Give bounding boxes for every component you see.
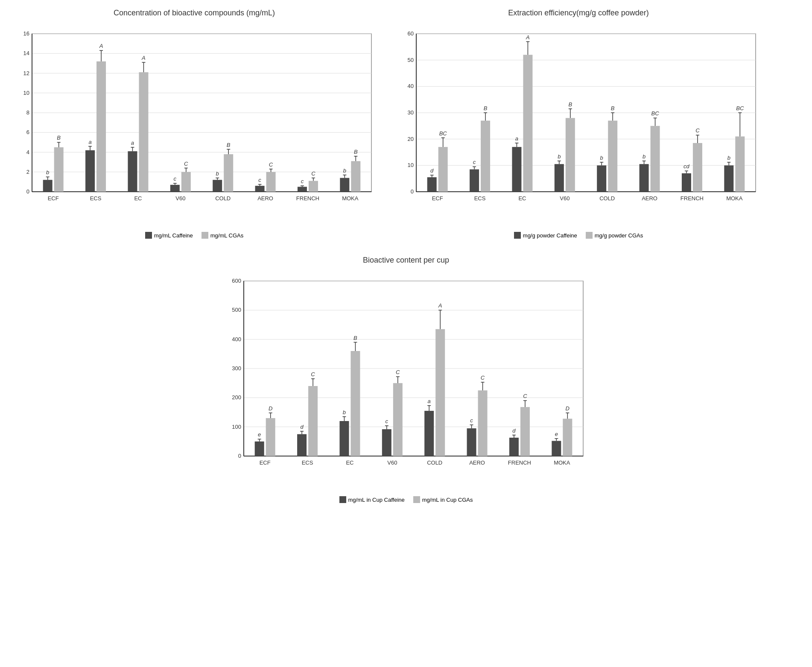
svg-text:A: A xyxy=(141,55,146,61)
chart2-legend-light: mg/g powder CGAs xyxy=(586,232,643,239)
svg-rect-254 xyxy=(520,407,530,456)
svg-rect-120 xyxy=(481,121,490,192)
svg-text:EC: EC xyxy=(346,459,353,466)
svg-text:60: 60 xyxy=(408,30,414,37)
svg-text:e: e xyxy=(258,431,261,438)
svg-text:FRENCH: FRENCH xyxy=(508,459,531,466)
svg-rect-164 xyxy=(682,173,691,192)
svg-rect-199 xyxy=(255,442,264,456)
svg-text:c: c xyxy=(301,178,304,184)
chart3-legend-dark: mg/mL in Cup Caffeine xyxy=(339,496,405,503)
svg-text:FRENCH: FRENCH xyxy=(681,195,704,202)
svg-text:b: b xyxy=(600,155,603,161)
chart3-legend: mg/mL in Cup Caffeine mg/mL in Cup CGAs xyxy=(220,496,592,503)
svg-rect-84 xyxy=(340,178,349,192)
svg-rect-200 xyxy=(266,418,275,456)
svg-rect-245 xyxy=(478,390,488,456)
svg-rect-31 xyxy=(96,61,106,192)
svg-text:b: b xyxy=(343,409,346,415)
svg-text:EC: EC xyxy=(134,195,142,202)
svg-text:AERO: AERO xyxy=(469,459,485,466)
svg-rect-22 xyxy=(54,147,64,192)
svg-rect-236 xyxy=(435,329,445,456)
svg-text:MOKA: MOKA xyxy=(342,195,359,202)
svg-text:MOKA: MOKA xyxy=(726,195,743,202)
chart2-title: Extraction efficiency(mg/g coffee powder… xyxy=(393,9,764,18)
svg-text:A: A xyxy=(438,302,442,309)
svg-rect-30 xyxy=(85,150,95,192)
svg-text:B: B xyxy=(354,149,358,155)
chart3-container: Bioactive content per cup 01002003004005… xyxy=(220,256,592,503)
svg-rect-49 xyxy=(181,172,191,192)
svg-rect-111 xyxy=(438,147,448,192)
svg-text:100: 100 xyxy=(232,424,241,430)
svg-rect-173 xyxy=(724,165,733,192)
chart2-light-label: mg/g powder CGAs xyxy=(595,232,643,239)
chart1-light-box xyxy=(202,232,208,239)
svg-text:b: b xyxy=(558,153,561,160)
svg-text:C: C xyxy=(523,393,527,399)
chart1-legend: mg/mL Caffeine mg/mL CGAs xyxy=(9,232,380,239)
svg-text:b: b xyxy=(46,169,49,176)
svg-text:ECS: ECS xyxy=(302,459,313,466)
svg-text:d: d xyxy=(512,427,516,434)
chart2-dark-box xyxy=(514,232,521,239)
chart3-title: Bioactive content per cup xyxy=(220,256,592,265)
svg-rect-146 xyxy=(597,165,606,192)
svg-text:V60: V60 xyxy=(175,195,185,202)
chart2-legend: mg/g powder Caffeine mg/g powder CGAs xyxy=(393,232,764,239)
svg-text:a: a xyxy=(88,139,91,145)
chart1-svg: 0246810121416bBECFaAECSaAECcCV60bBCOLDcC… xyxy=(9,21,380,226)
svg-rect-75 xyxy=(298,187,307,192)
svg-rect-174 xyxy=(735,137,745,192)
bottom-chart-row: Bioactive content per cup 01002003004005… xyxy=(9,256,803,503)
svg-rect-40 xyxy=(139,72,148,192)
svg-text:D: D xyxy=(566,405,570,412)
chart3-dark-label: mg/mL in Cup Caffeine xyxy=(348,497,405,503)
svg-text:40: 40 xyxy=(408,83,414,89)
chart2-dark-label: mg/g powder Caffeine xyxy=(523,232,577,239)
svg-text:200: 200 xyxy=(232,394,241,401)
chart1-container: Concentration of bioactive compounds (mg… xyxy=(9,9,380,239)
svg-text:d: d xyxy=(300,424,304,430)
svg-text:16: 16 xyxy=(23,30,29,37)
svg-rect-67 xyxy=(266,172,276,192)
svg-rect-76 xyxy=(309,181,318,192)
svg-rect-263 xyxy=(563,419,572,456)
svg-text:AERO: AERO xyxy=(257,195,273,202)
svg-text:ECF: ECF xyxy=(260,459,271,466)
svg-text:d: d xyxy=(430,167,434,174)
svg-text:COLD: COLD xyxy=(427,459,442,466)
chart1-dark-label: mg/mL Caffeine xyxy=(154,232,193,239)
svg-text:D: D xyxy=(269,405,272,412)
chart3-legend-light: mg/mL in Cup CGAs xyxy=(413,496,473,503)
svg-rect-137 xyxy=(555,164,564,192)
svg-rect-66 xyxy=(255,186,265,192)
svg-text:4: 4 xyxy=(26,149,29,155)
svg-text:BC: BC xyxy=(439,130,447,137)
svg-rect-39 xyxy=(128,151,137,192)
svg-text:12: 12 xyxy=(23,70,29,76)
svg-text:COLD: COLD xyxy=(599,195,615,202)
svg-text:C: C xyxy=(184,161,188,167)
svg-text:c: c xyxy=(258,177,261,183)
chart3-light-box xyxy=(413,496,420,503)
svg-text:500: 500 xyxy=(232,307,241,313)
svg-text:a: a xyxy=(131,140,134,146)
svg-text:B: B xyxy=(484,105,488,111)
chart1-title: Concentration of bioactive compounds (mg… xyxy=(9,9,380,18)
svg-rect-253 xyxy=(509,438,519,456)
svg-text:COLD: COLD xyxy=(215,195,231,202)
svg-text:BC: BC xyxy=(736,105,744,111)
svg-rect-155 xyxy=(640,164,649,192)
chart2-legend-dark: mg/g powder Caffeine xyxy=(514,232,577,239)
svg-text:C: C xyxy=(269,161,273,168)
svg-text:B: B xyxy=(227,142,231,148)
svg-text:B: B xyxy=(57,135,61,141)
svg-text:50: 50 xyxy=(408,57,414,63)
svg-rect-110 xyxy=(427,177,437,192)
svg-rect-119 xyxy=(470,170,479,192)
svg-text:2: 2 xyxy=(26,169,29,175)
svg-text:c: c xyxy=(386,418,388,424)
svg-rect-156 xyxy=(651,126,660,192)
